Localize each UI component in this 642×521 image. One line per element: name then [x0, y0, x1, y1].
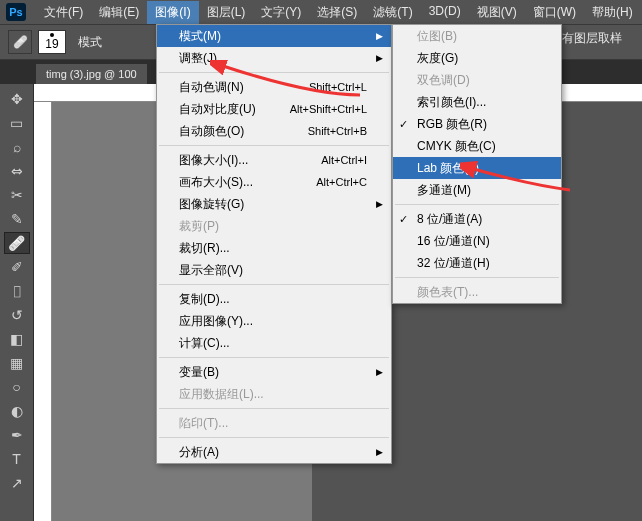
menu-item[interactable]: 裁切(R)... — [157, 237, 391, 259]
menu-item-label: 裁切(R)... — [179, 240, 230, 257]
submenu-item[interactable]: 灰度(G) — [393, 47, 561, 69]
menu-item-label: 显示全部(V) — [179, 262, 243, 279]
submenu-item-label: Lab 颜色(L) — [417, 160, 479, 177]
submenu-item[interactable]: 多通道(M) — [393, 179, 561, 201]
ps-logo-icon: Ps — [6, 3, 26, 21]
path-tool[interactable]: ↗ — [4, 472, 30, 494]
crop-tool[interactable]: ✂ — [4, 184, 30, 206]
menu-item[interactable]: 调整(J)▶ — [157, 47, 391, 69]
menu-image[interactable]: 图像(I) — [147, 1, 198, 24]
submenu-item-label: 双色调(D) — [417, 72, 470, 89]
menu-separator — [159, 408, 389, 409]
brush-size-value: 19 — [45, 37, 58, 51]
menu-help[interactable]: 帮助(H) — [584, 1, 641, 24]
menu-item[interactable]: 模式(M)▶ — [157, 25, 391, 47]
menu-item-label: 自动对比度(U) — [179, 101, 256, 118]
menu-view[interactable]: 视图(V) — [469, 1, 525, 24]
submenu-arrow-icon: ▶ — [376, 199, 383, 209]
submenu-arrow-icon: ▶ — [376, 367, 383, 377]
menu-item: 应用数据组(L)... — [157, 383, 391, 405]
image-menu-dropdown: 模式(M)▶调整(J)▶自动色调(N)Shift+Ctrl+L自动对比度(U)A… — [156, 24, 392, 464]
shortcut-label: Alt+Shift+Ctrl+L — [290, 103, 367, 115]
shortcut-label: Shift+Ctrl+L — [309, 81, 367, 93]
submenu-item[interactable]: ✓RGB 颜色(R) — [393, 113, 561, 135]
submenu-item[interactable]: Lab 颜色(L) — [393, 157, 561, 179]
menu-item-label: 应用数据组(L)... — [179, 386, 264, 403]
submenu-item-label: 16 位/通道(N) — [417, 233, 490, 250]
menu-separator — [159, 145, 389, 146]
brush-preset[interactable]: 19 — [38, 30, 66, 54]
menu-edit[interactable]: 编辑(E) — [91, 1, 147, 24]
menu-layer[interactable]: 图层(L) — [199, 1, 254, 24]
menu-item[interactable]: 计算(C)... — [157, 332, 391, 354]
menu-separator — [159, 284, 389, 285]
menu-item[interactable]: 画布大小(S)...Alt+Ctrl+C — [157, 171, 391, 193]
menu-item[interactable]: 图像旋转(G)▶ — [157, 193, 391, 215]
eyedropper-tool[interactable]: ✎ — [4, 208, 30, 230]
menu-item[interactable]: 变量(B)▶ — [157, 361, 391, 383]
type-tool[interactable]: T — [4, 448, 30, 470]
healing-tool[interactable]: 🩹 — [4, 232, 30, 254]
shortcut-label: Shift+Ctrl+B — [308, 125, 367, 137]
lasso-tool[interactable]: ⌕ — [4, 136, 30, 158]
menu-select[interactable]: 选择(S) — [309, 1, 365, 24]
menu-item: 陷印(T)... — [157, 412, 391, 434]
menu-type[interactable]: 文字(Y) — [253, 1, 309, 24]
checkmark-icon: ✓ — [399, 118, 408, 131]
submenu-item-label: 索引颜色(I)... — [417, 94, 486, 111]
submenu-item: 双色调(D) — [393, 69, 561, 91]
gradient-tool[interactable]: ▦ — [4, 352, 30, 374]
menu-item[interactable]: 自动对比度(U)Alt+Shift+Ctrl+L — [157, 98, 391, 120]
menu-item[interactable]: 复制(D)... — [157, 288, 391, 310]
submenu-item-label: 多通道(M) — [417, 182, 471, 199]
menu-separator — [159, 357, 389, 358]
blur-tool[interactable]: ○ — [4, 376, 30, 398]
stamp-tool[interactable]: ⌷ — [4, 280, 30, 302]
submenu-item: 位图(B) — [393, 25, 561, 47]
submenu-arrow-icon: ▶ — [376, 447, 383, 457]
submenu-arrow-icon: ▶ — [376, 53, 383, 63]
menu-3d[interactable]: 3D(D) — [421, 1, 469, 24]
history-brush-tool[interactable]: ↺ — [4, 304, 30, 326]
dodge-tool[interactable]: ◐ — [4, 400, 30, 422]
menu-item[interactable]: 自动颜色(O)Shift+Ctrl+B — [157, 120, 391, 142]
menu-separator — [159, 437, 389, 438]
submenu-item[interactable]: 32 位/通道(H) — [393, 252, 561, 274]
menu-item[interactable]: 分析(A)▶ — [157, 441, 391, 463]
menu-item[interactable]: 应用图像(Y)... — [157, 310, 391, 332]
document-tab[interactable]: timg (3).jpg @ 100 — [36, 64, 147, 84]
menu-item: 裁剪(P) — [157, 215, 391, 237]
toolbox: ✥ ▭ ⌕ ⇔ ✂ ✎ 🩹 ✐ ⌷ ↺ ◧ ▦ ○ ◐ ✒ T ↗ — [0, 84, 34, 521]
submenu-item[interactable]: 16 位/通道(N) — [393, 230, 561, 252]
menu-item-label: 画布大小(S)... — [179, 174, 253, 191]
marquee-tool[interactable]: ▭ — [4, 112, 30, 134]
menu-bar: 文件(F) 编辑(E) 图像(I) 图层(L) 文字(Y) 选择(S) 滤镜(T… — [36, 1, 641, 24]
brush-tool[interactable]: ✐ — [4, 256, 30, 278]
menu-item[interactable]: 图像大小(I)...Alt+Ctrl+I — [157, 149, 391, 171]
menu-item-label: 图像大小(I)... — [179, 152, 248, 169]
submenu-item[interactable]: 索引颜色(I)... — [393, 91, 561, 113]
menu-filter[interactable]: 滤镜(T) — [365, 1, 420, 24]
menu-item-label: 复制(D)... — [179, 291, 230, 308]
submenu-arrow-icon: ▶ — [376, 31, 383, 41]
menu-file[interactable]: 文件(F) — [36, 1, 91, 24]
move-tool[interactable]: ✥ — [4, 88, 30, 110]
menu-item-label: 调整(J) — [179, 50, 217, 67]
menu-item-label: 裁剪(P) — [179, 218, 219, 235]
menu-separator — [395, 204, 559, 205]
submenu-item-label: 8 位/通道(A) — [417, 211, 482, 228]
shortcut-label: Alt+Ctrl+C — [316, 176, 367, 188]
submenu-item-label: 32 位/通道(H) — [417, 255, 490, 272]
menu-separator — [395, 277, 559, 278]
menu-item[interactable]: 显示全部(V) — [157, 259, 391, 281]
pen-tool[interactable]: ✒ — [4, 424, 30, 446]
menu-item[interactable]: 自动色调(N)Shift+Ctrl+L — [157, 76, 391, 98]
wand-tool[interactable]: ⇔ — [4, 160, 30, 182]
submenu-item[interactable]: CMYK 颜色(C) — [393, 135, 561, 157]
submenu-item-label: CMYK 颜色(C) — [417, 138, 496, 155]
submenu-item[interactable]: ✓8 位/通道(A) — [393, 208, 561, 230]
tool-preset-icon[interactable]: 🩹 — [8, 30, 32, 54]
menu-item-label: 计算(C)... — [179, 335, 230, 352]
eraser-tool[interactable]: ◧ — [4, 328, 30, 350]
menu-window[interactable]: 窗口(W) — [525, 1, 584, 24]
